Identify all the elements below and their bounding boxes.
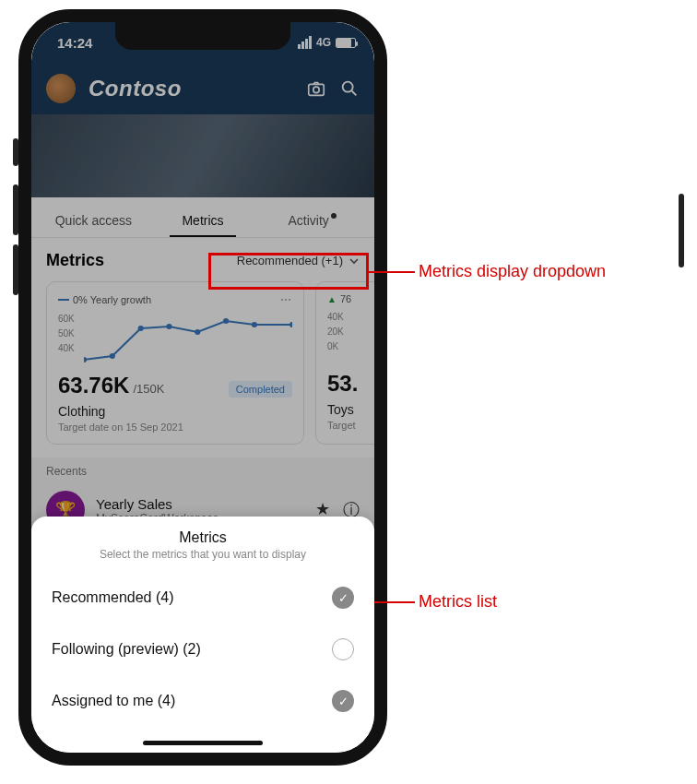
search-icon[interactable]	[339, 78, 360, 99]
tab-bar: Quick access Metrics Activity	[31, 197, 374, 238]
annotation-line	[369, 271, 415, 273]
sparkline-chart: 60K 50K 40K	[58, 312, 292, 367]
annotation-text: Metrics display dropdown	[419, 262, 606, 281]
trend-indicator: 76	[327, 293, 374, 304]
card-more-icon[interactable]: ⋯	[280, 293, 292, 306]
svg-point-8	[195, 329, 200, 335]
check-icon: ✓	[332, 587, 354, 609]
camera-icon[interactable]	[306, 78, 326, 99]
annotation-box-dropdown	[208, 253, 369, 290]
svg-point-11	[289, 322, 292, 327]
phone-notch	[115, 20, 290, 50]
avatar[interactable]	[46, 74, 76, 103]
sheet-subtitle: Select the metrics that you want to disp…	[31, 548, 374, 561]
metric-value: 63.76K	[58, 373, 129, 398]
svg-rect-0	[309, 84, 325, 95]
tab-activity[interactable]: Activity	[257, 213, 367, 237]
activity-dot-icon	[331, 213, 337, 219]
phone-frame: 14:24 4G Contoso Quick access Metrics Ac…	[18, 9, 387, 766]
app-header: Contoso	[31, 63, 374, 114]
card-title: Clothing	[58, 404, 292, 419]
option-label: Following (preview) (2)	[52, 641, 201, 658]
card-subtitle: Target date on 15 Sep 2021	[58, 422, 292, 433]
metric-target: /150K	[133, 382, 164, 396]
y-tick: 40K	[327, 310, 344, 325]
home-indicator[interactable]	[143, 741, 263, 745]
svg-line-3	[352, 91, 357, 96]
option-label: Assigned to me (4)	[52, 693, 175, 709]
option-label: Recommended (4)	[52, 589, 174, 606]
card-title: Toys	[327, 402, 374, 417]
tab-metrics[interactable]: Metrics	[148, 213, 258, 237]
status-network: 4G	[316, 36, 331, 49]
y-tick: 60K	[58, 312, 75, 327]
svg-point-9	[223, 318, 229, 324]
y-tick: 40K	[58, 341, 75, 356]
radio-empty-icon	[332, 638, 354, 660]
option-recommended[interactable]: Recommended (4) ✓	[31, 572, 374, 624]
metrics-cards: 0% Yearly growth ⋯ 60K 50K 40K	[31, 276, 374, 457]
sparkline-chart: 40K 20K 0K	[327, 310, 374, 365]
status-badge: Completed	[229, 381, 292, 398]
annotation-text: Metrics list	[419, 592, 497, 612]
card-subtitle: Target	[327, 420, 374, 431]
battery-icon	[336, 38, 356, 48]
sheet-title: Metrics	[31, 529, 374, 546]
svg-point-5	[110, 353, 115, 359]
y-tick: 0K	[327, 339, 344, 354]
tab-activity-label: Activity	[289, 213, 329, 228]
y-tick: 20K	[327, 325, 344, 339]
metrics-list-sheet: Metrics Select the metrics that you want…	[31, 517, 374, 753]
section-title: Metrics	[46, 251, 104, 270]
svg-point-7	[166, 324, 171, 329]
svg-point-4	[84, 357, 87, 362]
signal-icon	[298, 36, 312, 49]
metric-card-clothing[interactable]: 0% Yearly growth ⋯ 60K 50K 40K	[46, 281, 304, 445]
annotation-line	[374, 601, 415, 603]
recent-title: Yearly Sales	[96, 496, 304, 512]
svg-point-2	[343, 82, 353, 92]
banner-image	[31, 114, 374, 197]
recents-label: Recents	[31, 457, 374, 481]
svg-point-6	[138, 326, 144, 331]
option-following[interactable]: Following (preview) (2)	[31, 624, 374, 675]
option-assigned[interactable]: Assigned to me (4) ✓	[31, 675, 374, 727]
metric-card-toys[interactable]: 76 40K 20K 0K 53. Toys Target	[315, 281, 374, 445]
check-icon: ✓	[332, 690, 354, 712]
svg-point-10	[252, 322, 257, 327]
svg-point-1	[313, 87, 319, 92]
brand-title: Contoso	[89, 76, 293, 101]
metric-value: 53.	[327, 371, 374, 397]
y-tick: 50K	[58, 327, 75, 341]
tab-quick-access[interactable]: Quick access	[39, 213, 148, 237]
trend-indicator: 0% Yearly growth	[58, 294, 151, 305]
status-time: 14:24	[57, 35, 92, 51]
